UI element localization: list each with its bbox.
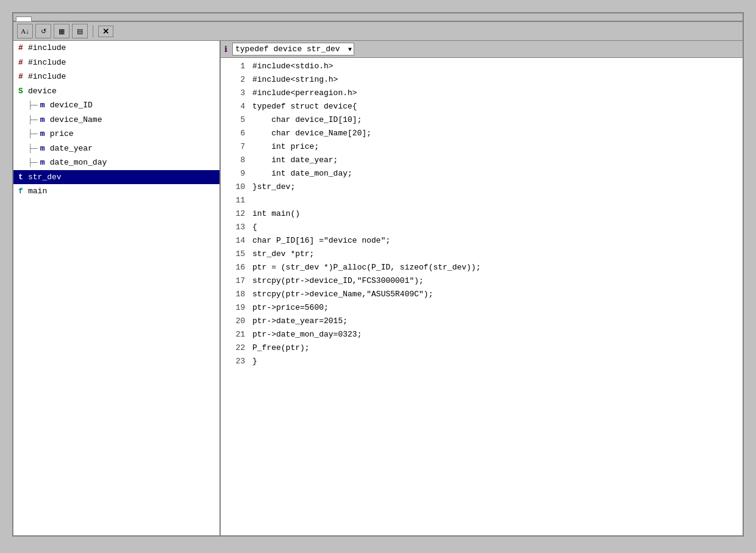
line-number-20: 20 — [226, 315, 245, 328]
code-line-5: 5 char device_ID[10]; — [221, 114, 743, 127]
tree-label-device: device — [28, 85, 57, 98]
line-number-17: 17 — [226, 275, 245, 288]
line-content-18: strcpy(ptr->device_Name,"ASUS5R409C"); — [252, 288, 433, 301]
tree-icon-device_Name: m — [38, 114, 48, 126]
code-line-8: 8 int date_year; — [221, 154, 743, 168]
line-number-9: 9 — [226, 168, 245, 180]
tree-item-device_ID[interactable]: ├─mdevice_ID — [13, 98, 219, 113]
code-line-15: 15str_dev *ptr; — [221, 248, 743, 262]
content-area: ##include ##include ##include Sdevice├─m… — [13, 41, 743, 535]
line-content-2: #include<string.h> — [252, 74, 338, 87]
symbol-dropdown[interactable]: typedef device str_dev main — [232, 43, 354, 55]
tree-item-main[interactable]: fmain — [13, 184, 219, 199]
line-content-22: P_free(ptr); — [252, 342, 310, 355]
code-line-9: 9 int date_mon_day; — [221, 168, 743, 181]
main-window: A↓ ↺ ▦ ▤ ✕ ##include ##include ##include… — [12, 12, 744, 537]
line-number-6: 6 — [226, 127, 245, 140]
line-number-18: 18 — [226, 288, 245, 301]
refresh-button[interactable]: ↺ — [35, 24, 51, 38]
nav-dropdown-wrapper: typedef device str_dev main — [232, 43, 354, 55]
tree-label-include1: #include — [28, 42, 66, 54]
code-line-21: 21ptr->date_mon_day=0323; — [221, 329, 743, 342]
code-line-7: 7 int price; — [221, 141, 743, 154]
tree-icon-main: f — [16, 185, 26, 198]
tree-icon-include2: # — [16, 57, 26, 69]
outline-panel: ##include ##include ##include Sdevice├─m… — [13, 41, 221, 535]
tree-item-include2[interactable]: ##include — [13, 55, 219, 70]
tree-item-device[interactable]: Sdevice — [13, 84, 219, 99]
code-line-17: 17strcpy(ptr->device_ID,"FCS3000001"); — [221, 275, 743, 288]
tree-label-device_ID: device_ID — [50, 99, 93, 112]
view-button1[interactable]: ▦ — [54, 24, 70, 38]
line-content-7: int price; — [252, 141, 319, 154]
line-number-3: 3 — [226, 87, 245, 100]
line-content-4: typedef struct device{ — [252, 101, 357, 113]
line-content-13: { — [252, 221, 257, 234]
tree-icon-date_mon_day: m — [38, 157, 48, 169]
tree-icon-price: m — [38, 128, 48, 140]
tree-connector: ├─ — [28, 157, 38, 169]
code-lines-container: 1#include<stdio.h>2#include<string.h>3#i… — [221, 60, 743, 369]
line-content-8: int date_year; — [252, 154, 338, 167]
tree-icon-device: S — [16, 85, 26, 98]
line-number-22: 22 — [226, 342, 245, 355]
tree-connector: ├─ — [28, 128, 38, 140]
tree-connector: ├─ — [28, 99, 38, 112]
code-line-16: 16ptr = (str_dev *)P_alloc(P_ID, sizeof(… — [221, 262, 743, 275]
code-line-11: 11 — [221, 194, 743, 208]
line-content-9: int date_mon_day; — [252, 168, 352, 180]
tree-item-include3[interactable]: ##include — [13, 70, 219, 84]
line-number-5: 5 — [226, 114, 245, 127]
close-icon: ✕ — [102, 27, 109, 36]
tree-item-price[interactable]: ├─mprice — [13, 127, 219, 141]
tree-icon-include1: # — [16, 42, 26, 54]
tree-label-device_Name: device_Name — [50, 114, 102, 126]
line-number-12: 12 — [226, 208, 245, 221]
line-content-15: str_dev *ptr; — [252, 248, 314, 261]
tree-label-str_dev: str_dev — [28, 171, 62, 184]
tree-item-str_dev[interactable]: tstr_dev — [13, 170, 219, 185]
tab-example-c[interactable] — [16, 16, 32, 21]
toolbar: A↓ ↺ ▦ ▤ ✕ — [13, 22, 743, 41]
tree-label-date_mon_day: date_mon_day — [50, 157, 107, 169]
tree-connector: ├─ — [28, 114, 38, 126]
tree-label-price: price — [50, 128, 74, 140]
tree-item-date_mon_day[interactable]: ├─mdate_mon_day — [13, 155, 219, 170]
code-line-18: 18strcpy(ptr->device_Name,"ASUS5R409C"); — [221, 288, 743, 302]
line-number-4: 4 — [226, 101, 245, 113]
view-button2[interactable]: ▤ — [72, 24, 88, 38]
tree-label-include3: #include — [28, 71, 66, 83]
line-content-1: #include<stdio.h> — [252, 60, 333, 73]
tree-item-device_Name[interactable]: ├─mdevice_Name — [13, 113, 219, 127]
tree-icon-include3: # — [16, 71, 26, 83]
refresh-icon: ↺ — [41, 27, 46, 35]
code-line-3: 3#include<perreagion.h> — [221, 87, 743, 101]
code-nav-bar: ℹ typedef device str_dev main — [221, 41, 743, 58]
toolbar-separator — [93, 25, 93, 37]
code-line-6: 6 char device_Name[20]; — [221, 127, 743, 141]
line-number-1: 1 — [226, 60, 245, 73]
line-number-2: 2 — [226, 74, 245, 87]
code-line-1: 1#include<stdio.h> — [221, 60, 743, 74]
close-button[interactable]: ✕ — [98, 26, 113, 37]
code-line-23: 23} — [221, 355, 743, 369]
code-editor[interactable]: 1#include<stdio.h>2#include<string.h>3#i… — [221, 58, 743, 535]
sort-icon: A↓ — [21, 27, 29, 35]
tree-icon-date_year: m — [38, 143, 48, 155]
tree-item-date_year[interactable]: ├─mdate_year — [13, 141, 219, 156]
tree-label-main: main — [28, 185, 47, 198]
line-content-10: }str_dev; — [252, 181, 295, 194]
line-content-20: ptr->date_year=2015; — [252, 315, 348, 328]
code-line-14: 14char P_ID[16] ="device node"; — [221, 235, 743, 248]
line-number-14: 14 — [226, 235, 245, 248]
line-number-16: 16 — [226, 262, 245, 274]
view-icon2: ▤ — [77, 27, 83, 35]
code-line-19: 19ptr->price=5600; — [221, 302, 743, 315]
line-number-15: 15 — [226, 248, 245, 261]
tab-bar — [13, 13, 743, 22]
line-number-13: 13 — [226, 221, 245, 234]
line-content-23: } — [252, 355, 257, 368]
line-content-21: ptr->date_mon_day=0323; — [252, 329, 362, 341]
tree-item-include1[interactable]: ##include — [13, 41, 219, 55]
sort-button[interactable]: A↓ — [17, 24, 33, 38]
